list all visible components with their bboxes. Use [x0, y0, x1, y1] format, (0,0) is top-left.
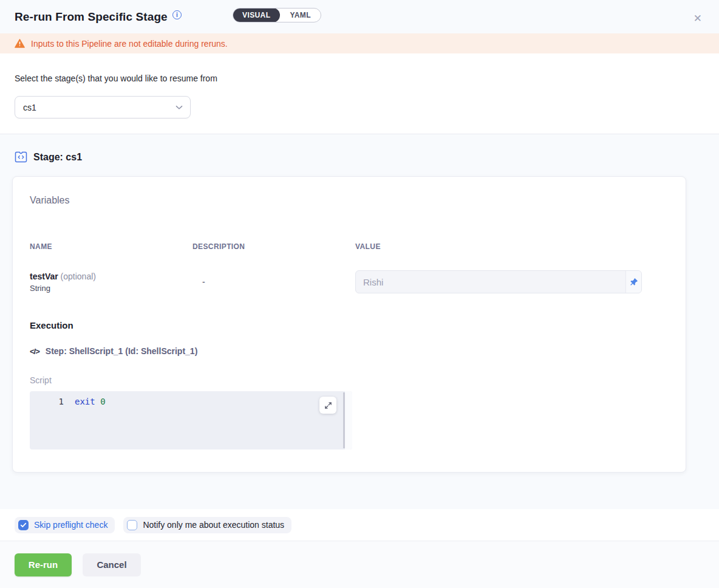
variables-title: Variables [30, 195, 669, 206]
page-title: Re-run From Specific Stage [15, 10, 168, 24]
stage-dropdown[interactable]: cs1 [15, 96, 191, 118]
stage-dropdown-value: cs1 [23, 103, 36, 112]
info-icon[interactable]: i [172, 10, 182, 19]
notify-me-option[interactable]: Notify only me about execution status [123, 517, 291, 533]
step-heading: </> Step: ShellScript_1 (Id: ShellScript… [30, 346, 669, 356]
chevron-down-icon [175, 105, 183, 110]
variable-optional-tag: (optional) [61, 272, 96, 281]
stage-card: Variables NAME DESCRIPTION VALUE testVar… [12, 176, 686, 473]
code-argument: 0 [100, 397, 105, 406]
warning-text: Inputs to this Pipeline are not editable… [31, 39, 228, 49]
modal-footer: Re-run Cancel [0, 541, 719, 588]
close-icon[interactable]: ✕ [693, 13, 702, 24]
rerun-button[interactable]: Re-run [15, 553, 72, 576]
notify-me-checkbox[interactable] [127, 520, 137, 530]
stage-heading-text: Stage: cs1 [33, 152, 82, 163]
variable-type: String [30, 284, 193, 293]
code-command: exit [75, 397, 95, 406]
variables-header-row: NAME DESCRIPTION VALUE [30, 242, 669, 251]
editor-scrollbar[interactable] [343, 392, 345, 448]
cancel-button[interactable]: Cancel [83, 553, 141, 576]
step-label: Step: ShellScript_1 (Id: ShellScript_1) [46, 346, 198, 356]
options-row: Skip preflight check Notify only me abou… [0, 509, 719, 541]
visual-yaml-toggle: VISUAL YAML [233, 8, 321, 22]
code-text: exit 0 [64, 397, 106, 406]
script-editor[interactable]: 1 exit 0 [30, 391, 352, 450]
expand-icon[interactable] [319, 397, 336, 414]
editor-gutter [345, 391, 352, 450]
table-row: testVar (optional) String - [30, 270, 669, 293]
warning-banner: Inputs to this Pipeline are not editable… [0, 33, 719, 53]
execution-title: Execution [30, 320, 669, 330]
skip-preflight-checkbox[interactable] [18, 520, 29, 530]
stage-select-section: Select the stage(s) that you would like … [0, 53, 719, 134]
variable-name-cell: testVar (optional) String [30, 272, 193, 293]
script-label: Script [30, 375, 669, 385]
column-header-name: NAME [30, 242, 193, 251]
column-header-value: VALUE [355, 242, 642, 251]
custom-stage-icon [15, 151, 27, 163]
tab-visual[interactable]: VISUAL [233, 8, 280, 22]
pin-icon[interactable] [625, 271, 641, 293]
variable-value-field [355, 270, 642, 293]
variable-description: - [193, 277, 355, 287]
shell-script-icon: </> [30, 347, 39, 356]
tab-yaml[interactable]: YAML [280, 11, 321, 19]
column-header-description: DESCRIPTION [193, 242, 355, 251]
variable-name: testVar [30, 272, 58, 281]
skip-preflight-label: Skip preflight check [34, 520, 107, 530]
notify-me-label: Notify only me about execution status [143, 520, 284, 530]
variable-value-input[interactable] [356, 271, 625, 293]
stage-heading: Stage: cs1 [15, 151, 704, 163]
modal-header: Re-run From Specific Stage i VISUAL YAML… [0, 0, 719, 33]
line-number: 1 [30, 397, 64, 406]
stage-select-label: Select the stage(s) that you would like … [15, 74, 704, 83]
code-line: 1 exit 0 [30, 391, 352, 406]
rerun-stage-modal: Re-run From Specific Stage i VISUAL YAML… [0, 0, 719, 588]
warning-icon [15, 39, 25, 48]
stage-detail-section: Stage: cs1 Variables NAME DESCRIPTION VA… [0, 134, 719, 509]
skip-preflight-option[interactable]: Skip preflight check [15, 517, 115, 533]
